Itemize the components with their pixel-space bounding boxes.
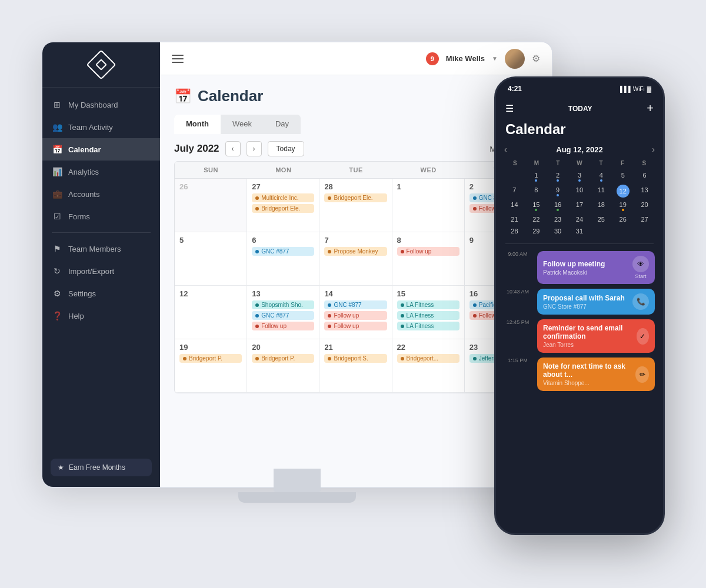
event-pill[interactable]: Bridgeport Ele.	[324, 193, 387, 202]
event-pill[interactable]: Bridgeport S.	[324, 354, 387, 363]
mini-cal-day[interactable]: 1	[526, 170, 547, 183]
cal-cell[interactable]: 27 Multicircle Inc. Bridgeport Ele.	[247, 179, 319, 232]
mini-cal-day[interactable]: 29	[526, 226, 547, 236]
mini-cal-day[interactable]: 4	[591, 170, 611, 183]
mini-cal-day[interactable]: 19	[612, 199, 633, 213]
cal-cell[interactable]: 15 LA Fitness LA Fitness LA Fitness	[392, 286, 465, 339]
sidebar-item-forms[interactable]: ☑ Forms	[42, 205, 160, 228]
mini-cal-day[interactable]: 16	[548, 199, 568, 213]
mini-next-button[interactable]: ›	[652, 145, 655, 154]
sidebar-item-import-export[interactable]: ↻ Import/Export	[42, 260, 160, 282]
event-pill[interactable]: Multicircle Inc.	[252, 193, 314, 202]
mini-cal-day[interactable]	[504, 170, 525, 183]
tab-day[interactable]: Day	[264, 115, 301, 134]
hamburger-button[interactable]	[172, 55, 184, 63]
cal-cell[interactable]: 28 Bridgeport Ele.	[319, 179, 392, 232]
cal-cell[interactable]: 21 Bridgeport S.	[319, 339, 392, 392]
mini-cal-day[interactable]	[634, 226, 655, 236]
mini-cal-day[interactable]: 6	[634, 170, 655, 183]
event-pill[interactable]: Follow up	[397, 247, 459, 256]
sidebar-item-accounts[interactable]: 💼 Accounts	[42, 183, 160, 205]
cal-cell[interactable]: 7 Propose Monkey	[319, 232, 392, 285]
sidebar-item-label: Analytics	[68, 168, 99, 176]
settings-icon[interactable]: ⚙	[532, 53, 540, 64]
tab-month[interactable]: Month	[174, 115, 221, 134]
cal-cell[interactable]: 8 Follow up	[392, 232, 465, 285]
cal-cell[interactable]: 26	[175, 179, 247, 232]
event-pill[interactable]: GNC #877	[252, 311, 314, 320]
mini-cal-day[interactable]: 7	[504, 185, 525, 198]
prev-month-button[interactable]: ‹	[225, 141, 241, 156]
mini-cal-day[interactable]: 11	[591, 185, 611, 198]
phone-hamburger-icon[interactable]: ☰	[505, 103, 514, 114]
mini-cal-day[interactable]: 13	[634, 185, 655, 198]
mini-cal-day[interactable]: 3	[570, 170, 590, 183]
event-pill[interactable]: Shopsmith Sho.	[252, 300, 314, 309]
sidebar-item-settings[interactable]: ⚙ Settings	[42, 282, 160, 305]
cal-cell[interactable]: 13 Shopsmith Sho. GNC #877 Follow up	[247, 286, 319, 339]
mini-cal-day[interactable]: 5	[612, 170, 633, 183]
mini-cal-day[interactable]: 22	[526, 214, 547, 225]
mini-cal-day[interactable]: 15	[526, 199, 547, 213]
event-pill[interactable]: Follow up	[324, 322, 387, 330]
event-pill[interactable]: GNC #877	[324, 300, 387, 309]
event-pill[interactable]: Bridgeport P.	[179, 354, 242, 363]
mini-cal-day[interactable]	[591, 226, 611, 236]
mini-prev-button[interactable]: ‹	[504, 145, 507, 154]
event-pill[interactable]: GNC #877	[252, 247, 314, 256]
mini-cal-day[interactable]: 27	[634, 214, 655, 225]
tab-week[interactable]: Week	[221, 115, 264, 134]
cal-cell[interactable]: 12	[175, 286, 247, 339]
mini-cal-day[interactable]: 26	[612, 214, 633, 225]
mini-cal-day[interactable]: 14	[504, 199, 525, 213]
mini-cal-day[interactable]: 9	[548, 185, 568, 198]
cal-cell[interactable]: 5	[175, 232, 247, 285]
phone-event-body[interactable]: Reminder to send email confirmation Jean…	[537, 319, 655, 353]
mini-cal-day[interactable]: 30	[548, 226, 568, 236]
event-pill[interactable]: Bridgeport Ele.	[252, 204, 314, 213]
event-pill[interactable]: Follow up	[252, 322, 314, 330]
sidebar-item-team-members[interactable]: ⚑ Team Members	[42, 238, 160, 260]
mini-cal-day[interactable]: 31	[570, 226, 590, 236]
phone-event-action[interactable]: 👁 Start	[632, 256, 649, 279]
event-pill[interactable]: Bridgeport P.	[252, 354, 314, 363]
mini-cal-day-today[interactable]: 12	[617, 185, 630, 198]
phone-event-card: 1:15 PM Note for next time to ask about …	[504, 358, 655, 391]
mini-cal-day[interactable]: 18	[591, 199, 611, 213]
event-pill[interactable]: Bridgeport...	[397, 354, 459, 363]
sidebar-item-my-dashboard[interactable]: ⊞ My Dashboard	[42, 93, 160, 116]
phone-event-body[interactable]: Proposal call with Sarah GNC Store #877 …	[537, 289, 655, 315]
next-month-button[interactable]: ›	[247, 141, 262, 156]
mini-cal-day[interactable]: 23	[548, 214, 568, 225]
today-button[interactable]: Today	[268, 141, 304, 156]
sidebar-item-analytics[interactable]: 📊 Analytics	[42, 161, 160, 183]
cal-cell[interactable]: 1	[392, 179, 465, 232]
mini-cal-day[interactable]: 28	[504, 226, 525, 236]
phone-today-button[interactable]: TODAY	[568, 105, 592, 113]
phone-event-body[interactable]: Note for next time to ask about t... Vit…	[537, 358, 655, 391]
mini-cal-day[interactable]: 17	[570, 199, 590, 213]
mini-cal-day[interactable]: 24	[570, 214, 590, 225]
cal-cell[interactable]: 19 Bridgeport P.	[175, 339, 247, 392]
cal-cell[interactable]: 22 Bridgeport...	[392, 339, 465, 392]
cal-cell[interactable]: 6 GNC #877	[247, 232, 319, 285]
cal-cell[interactable]: 20 Bridgeport P.	[247, 339, 319, 392]
sidebar-item-help[interactable]: ❓ Help	[42, 305, 160, 327]
mini-cal-day[interactable]: 21	[504, 214, 525, 225]
sidebar-item-calendar[interactable]: 📅 Calendar	[42, 138, 160, 161]
mini-cal-day[interactable]: 20	[634, 199, 655, 213]
cal-cell[interactable]: 14 GNC #877 Follow up Follow up	[319, 286, 392, 339]
mini-cal-day[interactable]: 8	[526, 185, 547, 198]
mini-cal-day[interactable]	[612, 226, 633, 236]
sidebar-item-team-activity[interactable]: 👥 Team Activity	[42, 116, 160, 138]
mini-cal-day[interactable]: 2	[548, 170, 568, 183]
mini-cal-day[interactable]: 25	[591, 214, 611, 225]
event-pill[interactable]: LA Fitness	[397, 322, 459, 330]
event-pill[interactable]: Propose Monkey	[324, 247, 387, 256]
phone-add-button[interactable]: +	[647, 102, 654, 115]
event-pill[interactable]: LA Fitness	[397, 311, 459, 320]
event-pill[interactable]: Follow up	[324, 311, 387, 320]
phone-event-body[interactable]: Follow up meeting Patrick Macokski 👁 Sta…	[537, 251, 655, 284]
mini-cal-day[interactable]: 10	[570, 185, 590, 198]
event-pill[interactable]: LA Fitness	[397, 300, 459, 309]
